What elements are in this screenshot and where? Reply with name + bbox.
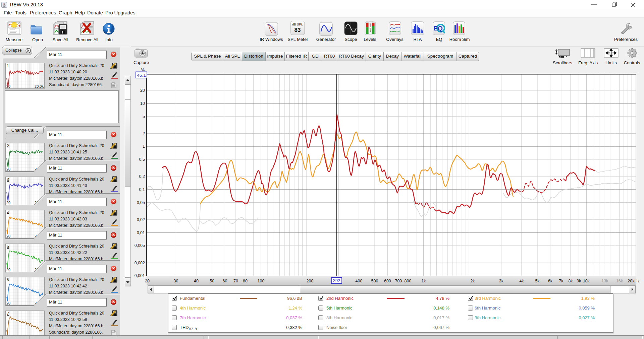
svg-text:0,2: 0,2 <box>139 174 145 179</box>
svg-text:600: 600 <box>384 279 391 283</box>
svg-text:500: 500 <box>371 279 378 283</box>
svg-text:20: 20 <box>140 88 145 93</box>
svg-text:60: 60 <box>222 279 227 283</box>
svg-text:4k: 4k <box>519 279 524 283</box>
svg-text:0,01: 0,01 <box>137 230 145 235</box>
svg-text:13k: 13k <box>601 279 608 283</box>
svg-text:30: 30 <box>173 279 178 283</box>
svg-text:5k: 5k <box>535 279 540 283</box>
svg-text:5: 5 <box>143 114 145 119</box>
svg-text:8k: 8k <box>568 279 573 283</box>
svg-text:10k: 10k <box>583 279 590 283</box>
svg-text:0,02: 0,02 <box>137 217 145 222</box>
svg-text:100: 100 <box>258 279 265 283</box>
svg-text:80: 80 <box>243 279 248 283</box>
svg-text:20: 20 <box>145 279 150 283</box>
svg-text:3k: 3k <box>499 279 504 283</box>
svg-text:0,1: 0,1 <box>139 187 145 192</box>
svg-text:2k: 2k <box>470 279 475 283</box>
svg-text:2: 2 <box>143 131 145 136</box>
svg-text:200: 200 <box>307 279 314 283</box>
svg-text:292: 292 <box>333 278 340 283</box>
svg-text:6k: 6k <box>548 279 553 283</box>
svg-text:10: 10 <box>140 101 145 106</box>
svg-text:20kHz: 20kHz <box>628 279 639 283</box>
svg-text:1k: 1k <box>421 279 426 283</box>
svg-text:0,05: 0,05 <box>137 200 145 205</box>
svg-text:46,1: 46,1 <box>137 73 146 78</box>
svg-text:1: 1 <box>143 144 145 149</box>
svg-text:400: 400 <box>356 279 363 283</box>
svg-text:0,002: 0,002 <box>135 261 145 265</box>
svg-text:16k: 16k <box>616 279 623 283</box>
svg-text:0,001: 0,001 <box>135 273 145 278</box>
svg-text:0,5: 0,5 <box>139 157 145 162</box>
svg-text:70: 70 <box>233 279 238 283</box>
svg-text:0,005: 0,005 <box>135 243 145 248</box>
svg-text:700: 700 <box>395 279 402 283</box>
svg-text:9k: 9k <box>577 279 581 283</box>
svg-text:800: 800 <box>405 279 412 283</box>
svg-text:50: 50 <box>210 279 214 283</box>
svg-text:40: 40 <box>194 279 199 283</box>
svg-text:7k: 7k <box>559 279 564 283</box>
